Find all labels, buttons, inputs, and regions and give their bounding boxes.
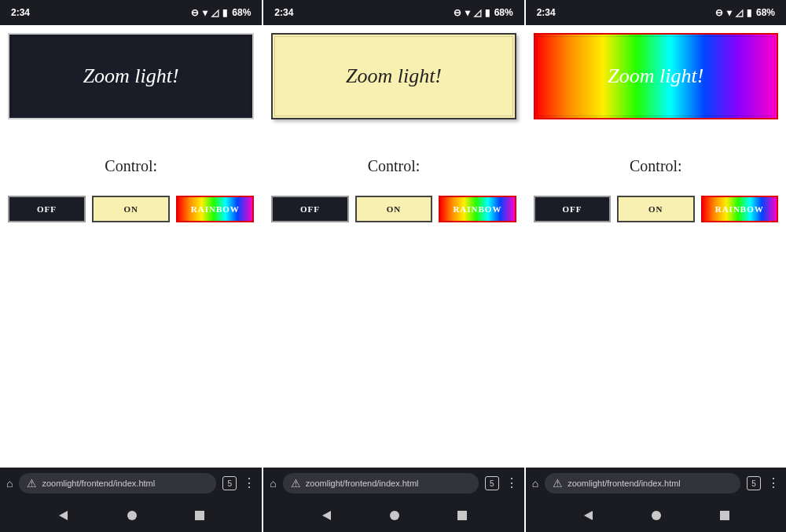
browser-bar: ⌂ ⚠ zoomlight/frontend/index.html 5 ⋮ bbox=[526, 468, 786, 499]
status-time: 2:34 bbox=[537, 7, 556, 18]
back-icon[interactable] bbox=[57, 509, 69, 522]
rainbow-button[interactable]: RAINBOW bbox=[439, 196, 516, 222]
wifi-icon: ▾ bbox=[465, 8, 470, 17]
url-bar[interactable]: ⚠ zoomlight/frontend/index.html bbox=[283, 473, 479, 493]
wifi-icon: ▾ bbox=[203, 8, 208, 17]
signal-icon: ◿ bbox=[736, 8, 743, 17]
status-time: 2:34 bbox=[274, 7, 293, 18]
control-heading: Control: bbox=[630, 157, 682, 175]
url-text: zoomlight/frontend/index.html bbox=[306, 479, 419, 488]
off-button[interactable]: OFF bbox=[534, 196, 611, 222]
button-row: OFF ON RAINBOW bbox=[8, 196, 254, 222]
dnd-icon: ⊖ bbox=[454, 8, 461, 17]
light-banner: Zoom light! bbox=[8, 33, 254, 119]
overflow-menu-icon[interactable]: ⋮ bbox=[243, 477, 255, 490]
android-nav-bar bbox=[0, 499, 262, 532]
url-bar[interactable]: ⚠ zoomlight/frontend/index.html bbox=[545, 473, 740, 493]
tab-count[interactable]: 5 bbox=[485, 476, 499, 490]
home-nav-icon[interactable] bbox=[650, 509, 663, 522]
overflow-menu-icon[interactable]: ⋮ bbox=[505, 477, 518, 490]
home-icon[interactable]: ⌂ bbox=[532, 477, 538, 490]
svg-marker-0 bbox=[59, 511, 68, 520]
url-text: zoomlight/frontend/index.html bbox=[42, 479, 155, 488]
app-content: Zoom light! Control: OFF ON RAINBOW bbox=[0, 25, 262, 468]
status-bar: 2:34 ⊖ ▾ ◿ ▮ 68% bbox=[263, 0, 523, 25]
battery-icon: ▮ bbox=[747, 8, 752, 17]
signal-icon: ◿ bbox=[211, 8, 219, 17]
battery-text: 68% bbox=[494, 7, 513, 18]
tab-count[interactable]: 5 bbox=[747, 476, 761, 490]
status-bar: 2:34 ⊖ ▾ ◿ ▮ 68% bbox=[0, 0, 262, 25]
insecure-icon: ⚠ bbox=[291, 477, 301, 490]
recent-apps-icon[interactable] bbox=[719, 510, 730, 521]
android-nav-bar bbox=[526, 499, 786, 532]
button-row: OFF ON RAINBOW bbox=[271, 196, 516, 222]
recent-apps-icon[interactable] bbox=[457, 510, 468, 521]
android-nav-bar bbox=[263, 499, 523, 532]
home-nav-icon[interactable] bbox=[388, 509, 401, 522]
wifi-icon: ▾ bbox=[727, 8, 732, 17]
svg-marker-3 bbox=[322, 511, 331, 520]
phone-rainbow: 2:34 ⊖ ▾ ◿ ▮ 68% Zoom light! Control: OF… bbox=[524, 0, 786, 532]
back-icon[interactable] bbox=[582, 509, 594, 522]
svg-marker-6 bbox=[584, 511, 593, 520]
insecure-icon: ⚠ bbox=[553, 477, 563, 490]
svg-point-1 bbox=[127, 511, 137, 520]
status-right: ⊖ ▾ ◿ ▮ 68% bbox=[191, 7, 251, 18]
browser-bar: ⌂ ⚠ zoomlight/frontend/index.html 5 ⋮ bbox=[0, 468, 262, 499]
battery-icon: ▮ bbox=[485, 8, 490, 17]
status-bar: 2:34 ⊖ ▾ ◿ ▮ 68% bbox=[526, 0, 786, 25]
rainbow-button[interactable]: RAINBOW bbox=[701, 196, 778, 222]
svg-point-4 bbox=[390, 511, 399, 520]
browser-bar: ⌂ ⚠ zoomlight/frontend/index.html 5 ⋮ bbox=[263, 468, 523, 499]
battery-text: 68% bbox=[232, 7, 251, 18]
svg-rect-5 bbox=[457, 511, 467, 520]
url-text: zoomlight/frontend/index.html bbox=[567, 479, 681, 488]
overflow-menu-icon[interactable]: ⋮ bbox=[767, 477, 780, 490]
app-content: Zoom light! Control: OFF ON RAINBOW bbox=[263, 25, 523, 468]
on-button[interactable]: ON bbox=[92, 196, 170, 222]
svg-rect-8 bbox=[720, 511, 729, 520]
svg-point-7 bbox=[652, 511, 661, 520]
status-right: ⊖ ▾ ◿ ▮ 68% bbox=[454, 7, 513, 18]
on-button[interactable]: ON bbox=[617, 196, 694, 222]
home-icon[interactable]: ⌂ bbox=[270, 477, 276, 490]
off-button[interactable]: OFF bbox=[271, 196, 348, 222]
tab-count[interactable]: 5 bbox=[222, 476, 237, 490]
status-time: 2:34 bbox=[11, 7, 30, 18]
banner-label: Zoom light! bbox=[83, 64, 179, 88]
home-nav-icon[interactable] bbox=[126, 509, 138, 522]
phone-off: 2:34 ⊖ ▾ ◿ ▮ 68% Zoom light! Control: OF… bbox=[0, 0, 262, 532]
on-button[interactable]: ON bbox=[355, 196, 432, 222]
control-heading: Control: bbox=[105, 157, 157, 175]
recent-apps-icon[interactable] bbox=[194, 510, 205, 521]
phone-on: 2:34 ⊖ ▾ ◿ ▮ 68% Zoom light! Control: OF… bbox=[262, 0, 523, 532]
home-icon[interactable]: ⌂ bbox=[6, 477, 13, 490]
dnd-icon: ⊖ bbox=[715, 8, 723, 17]
rainbow-button[interactable]: RAINBOW bbox=[176, 196, 254, 222]
svg-rect-2 bbox=[195, 511, 204, 520]
light-banner: Zoom light! bbox=[271, 33, 516, 119]
light-banner: Zoom light! bbox=[534, 33, 778, 119]
app-content: Zoom light! Control: OFF ON RAINBOW bbox=[526, 25, 786, 468]
off-button[interactable]: OFF bbox=[8, 196, 86, 222]
battery-text: 68% bbox=[756, 7, 775, 18]
banner-label: Zoom light! bbox=[608, 64, 703, 88]
url-bar[interactable]: ⚠ zoomlight/frontend/index.html bbox=[19, 473, 216, 493]
dnd-icon: ⊖ bbox=[191, 8, 199, 17]
insecure-icon: ⚠ bbox=[27, 477, 37, 490]
back-icon[interactable] bbox=[320, 509, 332, 522]
banner-label: Zoom light! bbox=[346, 64, 442, 88]
button-row: OFF ON RAINBOW bbox=[534, 196, 778, 222]
control-heading: Control: bbox=[368, 157, 421, 175]
signal-icon: ◿ bbox=[474, 8, 481, 17]
status-right: ⊖ ▾ ◿ ▮ 68% bbox=[715, 7, 775, 18]
battery-icon: ▮ bbox=[222, 8, 228, 17]
